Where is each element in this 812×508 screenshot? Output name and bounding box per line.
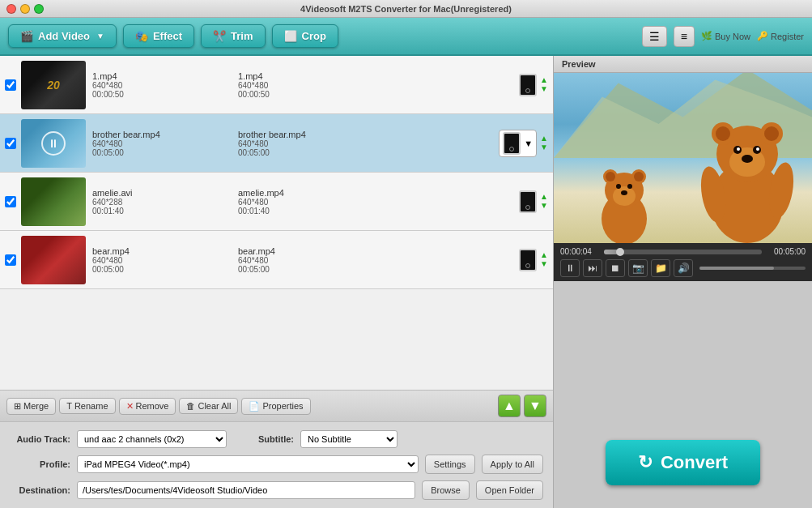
table-row: 20 1.mp4 640*480 00:00:50 1.mp4 <box>0 56 553 114</box>
crop-label: Crop <box>302 30 326 42</box>
current-time: 00:00:04 <box>560 247 599 256</box>
svg-point-13 <box>742 155 753 163</box>
clear-all-button[interactable]: 🗑 Clear All <box>179 398 238 414</box>
row2-arrows: ▲ ▼ <box>540 134 548 152</box>
row3-actions: ▲ ▼ <box>519 190 548 213</box>
fox-logo: 20 <box>47 79 60 92</box>
svg-point-19 <box>606 172 615 181</box>
remove-button[interactable]: ✕ Remove <box>119 398 176 415</box>
table-row: ⏸ brother bear.mp4 640*480 00:05:00 brot… <box>0 114 553 173</box>
row1-checkbox[interactable] <box>5 79 16 91</box>
move-up-button[interactable]: ▲ <box>498 395 521 417</box>
crop-icon: ⬜ <box>284 30 297 42</box>
screenshot-button[interactable]: 📷 <box>628 259 648 277</box>
settings-area: Audio Track: und aac 2 channels (0x2) Su… <box>0 422 553 508</box>
volume-slider[interactable] <box>699 267 806 270</box>
settings-button[interactable]: Settings <box>425 455 475 474</box>
audio-track-select[interactable]: und aac 2 channels (0x2) <box>77 430 227 448</box>
browse-button[interactable]: Browse <box>422 480 470 500</box>
main-toolbar: 🎬 Add Video ▼ 🎭 Effect ✂️ Trim ⬜ Crop ☰ … <box>0 18 812 56</box>
volume-fill <box>699 267 774 270</box>
effect-icon: 🎭 <box>135 30 148 42</box>
toolbar-right: ☰ ≡ 🌿 Buy Now 🔑 Register <box>642 26 804 47</box>
pause-button[interactable]: ⏸ <box>560 259 580 277</box>
big-bear <box>699 97 796 243</box>
content-area: 20 1.mp4 640*480 00:00:50 1.mp4 <box>0 56 812 508</box>
file-list: 20 1.mp4 640*480 00:00:50 1.mp4 <box>0 56 553 390</box>
playback-controls: ⏸ ⏭ ⏹ 📷 📁 🔊 <box>560 259 806 277</box>
step-forward-button[interactable]: ⏭ <box>583 259 602 277</box>
add-video-button[interactable]: 🎬 Add Video ▼ <box>8 24 117 48</box>
list-toolbar: ⊞ Merge T Rename ✕ Remove 🗑 Clear All 📄 <box>0 390 553 422</box>
grid-view-button[interactable]: ≡ <box>674 26 695 47</box>
row2-actions: ▼ ▲ ▼ <box>499 130 548 157</box>
crop-button[interactable]: ⬜ Crop <box>272 24 338 48</box>
film-icon: 🎬 <box>20 30 33 42</box>
audio-track-label: Audio Track: <box>10 434 70 444</box>
video-controls: 00:00:04 00:05:00 ⏸ ⏭ ⏹ 📷 📁 🔊 <box>554 243 812 281</box>
list-view-button[interactable]: ☰ <box>642 26 667 47</box>
left-panel: 20 1.mp4 640*480 00:00:50 1.mp4 <box>0 56 553 508</box>
progress-track[interactable] <box>604 250 762 254</box>
device-select-button[interactable]: ▼ <box>499 130 537 157</box>
profile-row: Profile: iPad MPEG4 Video(*.mp4) Setting… <box>10 455 543 474</box>
profile-select[interactable]: iPad MPEG4 Video(*.mp4) <box>77 455 419 473</box>
key-icon: 🔑 <box>757 31 768 41</box>
dropdown-arrow-icon: ▼ <box>524 139 533 148</box>
trim-button[interactable]: ✂️ Trim <box>201 24 265 48</box>
row2-checkbox[interactable] <box>5 138 16 149</box>
row2-thumbnail: ⏸ <box>21 119 86 168</box>
subtitle-select[interactable]: No Subtitle <box>300 430 397 448</box>
open-folder-button[interactable]: Open Folder <box>476 480 543 500</box>
preview-label: Preview <box>554 56 812 73</box>
row3-arrows: ▲ ▼ <box>540 193 548 210</box>
device-icon <box>519 249 537 271</box>
svg-point-24 <box>627 184 632 189</box>
effect-button[interactable]: 🎭 Effect <box>123 24 194 48</box>
stop-button[interactable]: ⏹ <box>606 259 625 277</box>
apply-to-all-button[interactable]: Apply to All <box>482 455 543 474</box>
device-icon <box>519 74 537 96</box>
maximize-button[interactable] <box>34 4 44 14</box>
move-down-button[interactable]: ▼ <box>524 395 546 417</box>
refresh-icon: ↻ <box>638 452 653 473</box>
row1-actions: ▲ ▼ <box>519 74 548 96</box>
dropdown-arrow-icon: ▼ <box>96 32 104 41</box>
row2-info: brother bear.mp4 640*480 00:05:00 brothe… <box>92 130 499 157</box>
svg-point-11 <box>737 147 740 151</box>
svg-point-25 <box>621 190 627 195</box>
properties-button[interactable]: 📄 Properties <box>241 398 310 415</box>
text-icon: T <box>66 401 72 411</box>
register-button[interactable]: 🔑 Register <box>757 31 804 41</box>
right-panel: Preview <box>553 56 812 508</box>
svg-point-5 <box>716 126 730 141</box>
trim-icon: ✂️ <box>213 30 226 42</box>
svg-point-12 <box>756 147 759 151</box>
total-time: 00:05:00 <box>767 247 806 256</box>
merge-button[interactable]: ⊞ Merge <box>6 398 56 415</box>
preview-video <box>554 73 812 243</box>
main-container: 🎬 Add Video ▼ 🎭 Effect ✂️ Trim ⬜ Crop ☰ … <box>0 18 812 508</box>
minimize-button[interactable] <box>20 4 30 14</box>
row4-checkbox[interactable] <box>5 254 16 266</box>
trim-label: Trim <box>231 30 253 42</box>
row4-thumbnail <box>21 236 86 284</box>
clear-icon: 🗑 <box>186 401 195 411</box>
audio-track-row: Audio Track: und aac 2 channels (0x2) Su… <box>10 430 543 448</box>
destination-input[interactable] <box>77 481 415 499</box>
convert-button[interactable]: ↻ Convert <box>606 440 760 485</box>
progress-thumb <box>616 248 624 256</box>
effect-label: Effect <box>153 30 182 42</box>
subtitle-label: Subtitle: <box>233 434 294 444</box>
destination-row: Destination: Browse Open Folder <box>10 480 543 500</box>
row3-info: amelie.avi 640*288 00:01:40 amelie.mp4 6… <box>92 188 519 216</box>
volume-button[interactable]: 🔊 <box>674 259 693 277</box>
properties-icon: 📄 <box>249 401 260 412</box>
buy-now-button[interactable]: 🌿 Buy Now <box>701 31 750 41</box>
row3-checkbox[interactable] <box>5 196 16 207</box>
row1-arrows: ▲ ▼ <box>540 76 548 93</box>
rename-button[interactable]: T Rename <box>59 398 115 414</box>
ipad-icon <box>503 132 521 155</box>
close-button[interactable] <box>6 4 16 14</box>
folder-button[interactable]: 📁 <box>651 259 670 277</box>
